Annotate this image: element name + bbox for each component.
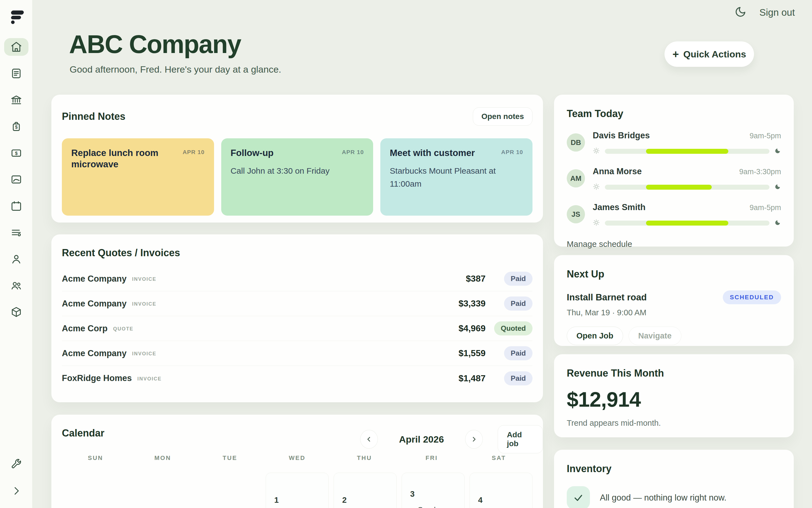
note-card[interactable]: Replace lunch room microwave APR 10 <box>62 138 214 216</box>
open-job-button[interactable]: Open Job <box>567 327 623 345</box>
next-up-card: Next Up Install Barnet road SCHEDULED Th… <box>554 255 794 346</box>
sun-icon <box>593 183 600 191</box>
shift-bar <box>605 185 769 190</box>
invoice-type: QUOTE <box>113 326 133 332</box>
calendar-day-cell[interactable]: 4 <box>470 473 532 508</box>
plus-icon: + <box>673 48 679 60</box>
image-icon <box>10 173 23 185</box>
day-number: 4 <box>478 496 524 505</box>
sidebar-item-notes[interactable] <box>4 65 29 82</box>
revenue-amount: $12,914 <box>567 387 781 411</box>
calendar-day-cell[interactable]: 2 <box>334 473 397 508</box>
shift-bar-fill <box>646 149 728 154</box>
invoice-type: INVOICE <box>132 301 156 307</box>
sidebar-item-tools[interactable] <box>4 455 29 473</box>
member-hours: 9am-3:30pm <box>739 168 781 176</box>
filter-lines-icon <box>10 226 23 239</box>
note-date: APR 10 <box>182 149 205 156</box>
revenue-card: Revenue This Month $12,914 Trend appears… <box>554 354 794 437</box>
invoice-row[interactable]: FoxRidge Homes INVOICE $1,487 Paid <box>62 366 532 391</box>
note-card[interactable]: Follow-up APR 10 Call John at 3:30 on Fr… <box>221 138 373 216</box>
package-icon <box>10 306 23 318</box>
invoice-row[interactable]: Acme Company INVOICE $387 Paid <box>62 266 532 291</box>
invoice-amount: $4,969 <box>430 323 486 334</box>
calendar-empty-cell <box>198 473 261 508</box>
next-job-name: Install Barnet road <box>567 292 647 303</box>
sidebar: $ $ <box>0 0 33 508</box>
avatar: AM <box>567 169 585 187</box>
sidebar-item-payments[interactable]: $ <box>4 144 29 162</box>
calendar-next-button[interactable] <box>465 430 483 449</box>
invoice-row[interactable]: Acme Company INVOICE $1,559 Paid <box>62 341 532 366</box>
calendar-day-cell[interactable]: 1 <box>266 473 329 508</box>
note-date: APR 10 <box>501 149 523 156</box>
navigate-button[interactable]: Navigate <box>628 327 681 345</box>
manage-schedule-link[interactable]: Manage schedule <box>567 239 781 249</box>
sidebar-collapse[interactable] <box>4 482 29 500</box>
moon-icon <box>774 183 781 191</box>
next-up-title: Next Up <box>567 268 781 280</box>
topbar: Sign out <box>735 6 795 19</box>
note-body: Starbucks Mount Pleasant at 11:00am <box>390 165 509 190</box>
avatar: DB <box>567 133 585 152</box>
invoice-row[interactable]: Acme Company INVOICE $3,339 Paid <box>62 291 532 316</box>
sidebar-item-job-value[interactable]: $ <box>4 118 29 135</box>
inventory-title: Inventory <box>567 463 781 475</box>
calendar-day-cell[interactable]: 3 Good Friday <box>402 473 464 508</box>
invoice-amount: $1,487 <box>430 373 486 383</box>
chevron-right-icon <box>10 485 23 497</box>
day-number: 3 <box>410 490 456 499</box>
inventory-ok-box <box>567 486 590 508</box>
page-subtitle: Good afternoon, Fred. Here's your day at… <box>70 64 281 75</box>
status-badge: Paid <box>504 371 532 385</box>
add-job-button[interactable]: Add job <box>498 425 543 453</box>
note-title: Replace lunch room microwave <box>71 147 182 170</box>
sign-out-button[interactable]: Sign out <box>760 7 795 18</box>
sun-icon <box>593 219 600 227</box>
pinned-notes-title: Pinned Notes <box>62 111 125 122</box>
sidebar-item-inventory[interactable] <box>4 303 29 321</box>
chevron-left-icon <box>365 436 373 443</box>
note-card[interactable]: Meet with customer APR 10 Starbucks Moun… <box>380 138 532 216</box>
calendar-event[interactable]: Good Friday <box>410 506 456 508</box>
calendar-month-label: April 2026 <box>388 434 455 445</box>
quick-actions-button[interactable]: + Quick Actions <box>664 41 754 67</box>
revenue-title: Revenue This Month <box>567 368 781 379</box>
weekday-label: THU <box>331 455 398 462</box>
avatar: JS <box>567 205 585 223</box>
sidebar-item-photos[interactable] <box>4 171 29 188</box>
event-label: Good Friday <box>417 506 456 508</box>
dark-mode-toggle[interactable] <box>735 6 746 19</box>
invoice-row[interactable]: Acme Corp QUOTE $4,969 Quoted <box>62 316 532 341</box>
next-job-datetime: Thu, Mar 19 · 9:00 AM <box>567 308 781 317</box>
person-icon <box>10 253 23 265</box>
sidebar-item-calendar[interactable] <box>4 197 29 215</box>
status-badge: Paid <box>504 346 532 360</box>
calendar-empty-cell <box>62 473 125 508</box>
member-hours: 9am-5pm <box>749 132 781 140</box>
sidebar-nav: $ $ <box>0 38 33 321</box>
moon-icon <box>735 6 746 18</box>
invoice-amount: $387 <box>430 273 486 284</box>
chevron-right-icon <box>470 436 478 443</box>
invoice-type: INVOICE <box>132 351 156 357</box>
check-icon <box>573 493 583 503</box>
sidebar-item-filters[interactable] <box>4 224 29 241</box>
note-date: APR 10 <box>342 149 364 156</box>
inventory-card: Inventory All good — nothing low right n… <box>554 450 794 508</box>
calendar-prev-button[interactable] <box>360 430 378 449</box>
invoice-client: FoxRidge Homes <box>62 373 132 383</box>
status-badge: Paid <box>504 297 532 310</box>
note-title: Meet with customer <box>390 147 475 159</box>
sidebar-item-home[interactable] <box>4 38 29 56</box>
invoice-type: INVOICE <box>137 376 162 382</box>
sidebar-item-team[interactable] <box>4 277 29 294</box>
sidebar-item-customers[interactable] <box>4 250 29 268</box>
sidebar-item-bank[interactable] <box>4 91 29 109</box>
calendar-icon <box>10 200 23 212</box>
notes-row: Replace lunch room microwave APR 10 Foll… <box>62 138 532 216</box>
invoice-client: Acme Company <box>62 348 126 358</box>
open-notes-button[interactable]: Open notes <box>473 108 532 126</box>
status-badge: Paid <box>504 272 532 286</box>
invoice-client: Acme Company <box>62 274 126 284</box>
